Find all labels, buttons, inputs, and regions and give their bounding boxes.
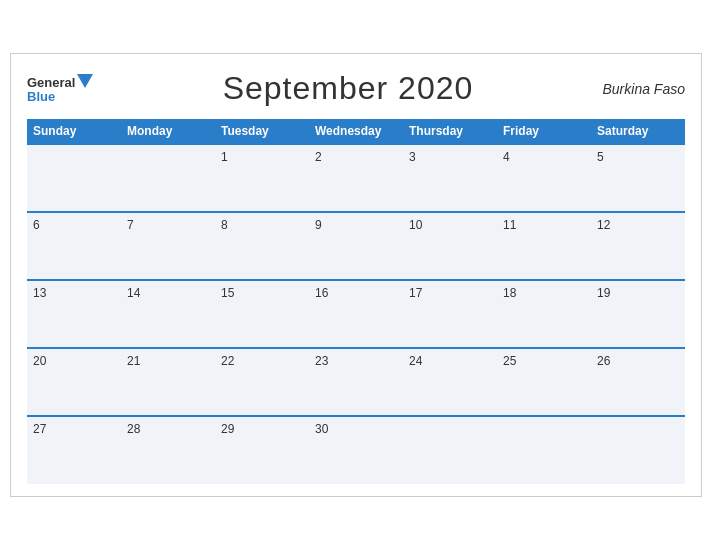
day-number: 28 <box>127 422 140 436</box>
day-number: 22 <box>221 354 234 368</box>
weekday-header-sunday: Sunday <box>27 119 121 144</box>
day-cell-1: 1 <box>215 144 309 212</box>
weekday-header-friday: Friday <box>497 119 591 144</box>
day-cell-25: 25 <box>497 348 591 416</box>
day-cell-19: 19 <box>591 280 685 348</box>
day-cell-21: 21 <box>121 348 215 416</box>
calendar-header: General Blue September 2020 Burkina Faso <box>27 70 685 107</box>
day-number: 27 <box>33 422 46 436</box>
day-cell-29: 29 <box>215 416 309 484</box>
empty-day-cell <box>121 144 215 212</box>
day-cell-16: 16 <box>309 280 403 348</box>
day-cell-12: 12 <box>591 212 685 280</box>
day-cell-27: 27 <box>27 416 121 484</box>
week-row-4: 20212223242526 <box>27 348 685 416</box>
day-number: 14 <box>127 286 140 300</box>
day-cell-23: 23 <box>309 348 403 416</box>
day-cell-2: 2 <box>309 144 403 212</box>
week-row-3: 13141516171819 <box>27 280 685 348</box>
day-number: 15 <box>221 286 234 300</box>
day-number: 10 <box>409 218 422 232</box>
calendar-table: SundayMondayTuesdayWednesdayThursdayFrid… <box>27 119 685 484</box>
week-row-5: 27282930 <box>27 416 685 484</box>
empty-day-cell <box>591 416 685 484</box>
day-number: 9 <box>315 218 322 232</box>
weekday-header-tuesday: Tuesday <box>215 119 309 144</box>
day-cell-24: 24 <box>403 348 497 416</box>
day-number: 12 <box>597 218 610 232</box>
day-number: 13 <box>33 286 46 300</box>
day-cell-18: 18 <box>497 280 591 348</box>
day-cell-15: 15 <box>215 280 309 348</box>
day-number: 23 <box>315 354 328 368</box>
day-cell-6: 6 <box>27 212 121 280</box>
day-cell-4: 4 <box>497 144 591 212</box>
logo-blue-text: Blue <box>27 90 93 103</box>
day-number: 11 <box>503 218 516 232</box>
day-number: 30 <box>315 422 328 436</box>
calendar-title: September 2020 <box>223 70 474 107</box>
day-cell-26: 26 <box>591 348 685 416</box>
day-cell-22: 22 <box>215 348 309 416</box>
day-number: 17 <box>409 286 422 300</box>
day-number: 21 <box>127 354 140 368</box>
weekday-header-saturday: Saturday <box>591 119 685 144</box>
day-number: 1 <box>221 150 228 164</box>
day-cell-17: 17 <box>403 280 497 348</box>
empty-day-cell <box>403 416 497 484</box>
weekday-header-wednesday: Wednesday <box>309 119 403 144</box>
day-number: 20 <box>33 354 46 368</box>
day-cell-3: 3 <box>403 144 497 212</box>
day-number: 6 <box>33 218 40 232</box>
logo: General Blue <box>27 74 93 103</box>
day-cell-28: 28 <box>121 416 215 484</box>
logo-general-text: General <box>27 76 75 89</box>
day-number: 3 <box>409 150 416 164</box>
week-row-2: 6789101112 <box>27 212 685 280</box>
day-number: 7 <box>127 218 134 232</box>
day-number: 24 <box>409 354 422 368</box>
day-number: 8 <box>221 218 228 232</box>
day-cell-8: 8 <box>215 212 309 280</box>
day-number: 16 <box>315 286 328 300</box>
day-cell-9: 9 <box>309 212 403 280</box>
day-cell-14: 14 <box>121 280 215 348</box>
day-cell-10: 10 <box>403 212 497 280</box>
weekday-header-row: SundayMondayTuesdayWednesdayThursdayFrid… <box>27 119 685 144</box>
week-row-1: 12345 <box>27 144 685 212</box>
day-number: 2 <box>315 150 322 164</box>
day-cell-7: 7 <box>121 212 215 280</box>
day-number: 4 <box>503 150 510 164</box>
empty-day-cell <box>497 416 591 484</box>
empty-day-cell <box>27 144 121 212</box>
svg-marker-0 <box>77 74 93 88</box>
day-number: 5 <box>597 150 604 164</box>
day-number: 25 <box>503 354 516 368</box>
day-number: 29 <box>221 422 234 436</box>
day-cell-20: 20 <box>27 348 121 416</box>
weekday-header-thursday: Thursday <box>403 119 497 144</box>
day-number: 26 <box>597 354 610 368</box>
day-cell-5: 5 <box>591 144 685 212</box>
day-number: 18 <box>503 286 516 300</box>
day-cell-30: 30 <box>309 416 403 484</box>
logo-triangle-icon <box>77 74 93 90</box>
day-number: 19 <box>597 286 610 300</box>
calendar-container: General Blue September 2020 Burkina Faso… <box>10 53 702 497</box>
country-label: Burkina Faso <box>603 81 685 97</box>
weekday-header-monday: Monday <box>121 119 215 144</box>
day-cell-13: 13 <box>27 280 121 348</box>
day-cell-11: 11 <box>497 212 591 280</box>
